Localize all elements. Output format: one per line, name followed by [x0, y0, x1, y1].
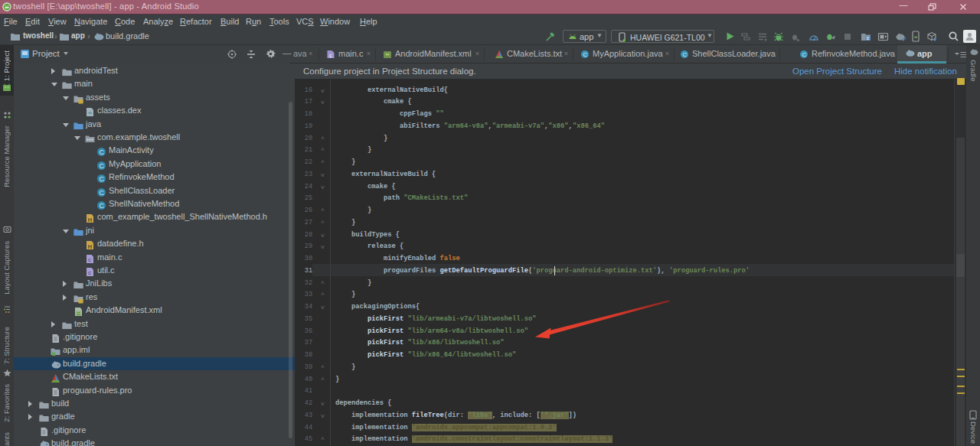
svg-text:C: C — [682, 51, 687, 58]
svg-text:C: C — [100, 175, 105, 183]
svg-text:C: C — [802, 51, 806, 58]
svg-text:c: c — [329, 53, 332, 58]
svg-text:C: C — [100, 188, 105, 196]
svg-text:C: C — [100, 161, 105, 169]
svg-text:C: C — [100, 202, 105, 210]
svg-text:c: c — [88, 256, 91, 263]
svg-text:C: C — [583, 51, 587, 58]
svg-text:C: C — [100, 148, 105, 156]
svg-text:c: c — [88, 269, 91, 276]
